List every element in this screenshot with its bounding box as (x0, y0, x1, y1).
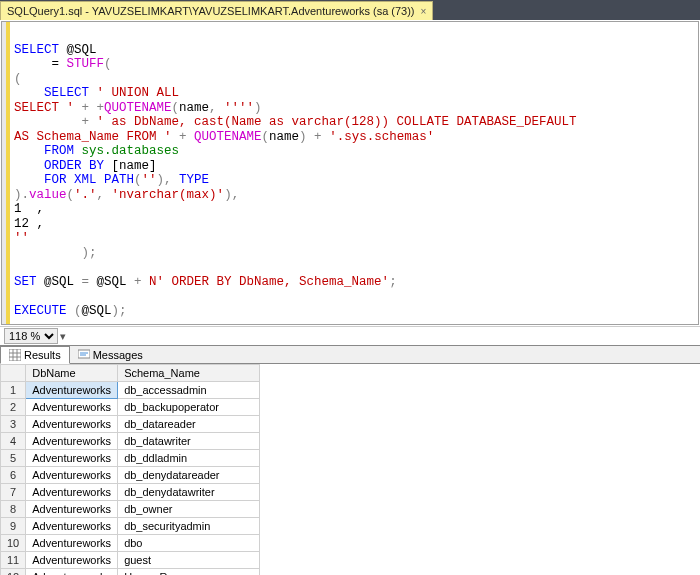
table-row[interactable]: 7Adventureworksdb_denydatawriter (1, 484, 260, 501)
code-line: ( (14, 72, 22, 86)
row-number[interactable]: 6 (1, 467, 26, 484)
file-tab-title: SQLQuery1.sql - YAVUZSELIMKART\YAVUZSELI… (7, 5, 415, 17)
code-line: 12 , (14, 217, 44, 231)
table-row[interactable]: 6Adventureworksdb_denydatareader (1, 467, 260, 484)
cell-schemaname[interactable]: db_denydatawriter (118, 484, 260, 501)
editor-container: SELECT @SQL = STUFF( ( SELECT ' UNION AL… (1, 21, 699, 325)
table-row[interactable]: 4Adventureworksdb_datawriter (1, 433, 260, 450)
cell-dbname[interactable]: Adventureworks (26, 535, 118, 552)
code-line: 1 , (14, 202, 44, 216)
file-tab[interactable]: SQLQuery1.sql - YAVUZSELIMKART\YAVUZSELI… (0, 1, 433, 20)
zoom-bar: 118 % ▾ (0, 326, 700, 345)
code-line: EXECUTE (@SQL); (14, 304, 127, 318)
messages-icon (78, 349, 90, 361)
row-number[interactable]: 12 (1, 569, 26, 576)
sql-editor[interactable]: SELECT @SQL = STUFF( ( SELECT ' UNION AL… (2, 22, 698, 324)
header-rownum[interactable] (1, 365, 26, 382)
cell-dbname[interactable]: Adventureworks (26, 399, 118, 416)
code-line: FROM sys.databases (14, 144, 179, 158)
svg-rect-5 (78, 350, 90, 358)
cell-dbname[interactable]: Adventureworks (26, 382, 118, 399)
code-line: + ' as DbName, cast(Name as varchar(128)… (14, 115, 577, 129)
cell-schemaname[interactable]: HumanResources (118, 569, 260, 576)
cell-schemaname[interactable]: db_datawriter (118, 433, 260, 450)
code-line: SELECT ' + +QUOTENAME(name, '''') (14, 101, 262, 115)
cell-dbname[interactable]: Adventureworks (26, 569, 118, 576)
cell-dbname[interactable]: Adventureworks (26, 450, 118, 467)
svg-rect-0 (9, 349, 21, 361)
table-row[interactable]: 3Adventureworksdb_datareader (1, 416, 260, 433)
code-line: AS Schema_Name FROM ' + QUOTENAME(name) … (14, 130, 434, 144)
code-line: ); (14, 246, 97, 260)
table-row[interactable]: 8Adventureworksdb_owner (1, 501, 260, 518)
cell-dbname[interactable]: Adventureworks (26, 501, 118, 518)
row-number[interactable]: 4 (1, 433, 26, 450)
cell-schemaname[interactable]: db_accessadmin (118, 382, 260, 399)
row-number[interactable]: 7 (1, 484, 26, 501)
table-row[interactable]: 12AdventureworksHumanResources (1, 569, 260, 576)
cell-schemaname[interactable]: db_owner (118, 501, 260, 518)
code-area[interactable]: SELECT @SQL = STUFF( ( SELECT ' UNION AL… (10, 22, 698, 324)
row-number[interactable]: 3 (1, 416, 26, 433)
close-icon[interactable]: × (421, 6, 427, 17)
cell-schemaname[interactable]: db_ddladmin (118, 450, 260, 467)
results-table: DbName Schema_Name 1Adventureworksdb_acc… (0, 364, 260, 575)
code-line: SET @SQL = @SQL + N' ORDER BY DbName, Sc… (14, 275, 397, 289)
tab-messages[interactable]: Messages (70, 346, 151, 363)
row-number[interactable]: 2 (1, 399, 26, 416)
table-row[interactable]: 5Adventureworksdb_ddladmin (1, 450, 260, 467)
cell-dbname[interactable]: Adventureworks (26, 433, 118, 450)
cell-schemaname[interactable]: db_denydatareader (118, 467, 260, 484)
code-line: ORDER BY [name] (14, 159, 157, 173)
table-row[interactable]: 1Adventureworksdb_accessadmin (1, 382, 260, 399)
table-row[interactable]: 2Adventureworksdb_backupoperator (1, 399, 260, 416)
cell-schemaname[interactable]: db_datareader (118, 416, 260, 433)
row-number[interactable]: 1 (1, 382, 26, 399)
result-tabs: Results Messages (0, 345, 700, 364)
tab-results-label: Results (24, 349, 61, 361)
tab-messages-label: Messages (93, 349, 143, 361)
cell-schemaname[interactable]: dbo (118, 535, 260, 552)
header-dbname[interactable]: DbName (26, 365, 118, 382)
zoom-select[interactable]: 118 % (4, 328, 58, 344)
cell-dbname[interactable]: Adventureworks (26, 518, 118, 535)
cell-schemaname[interactable]: db_backupoperator (118, 399, 260, 416)
table-header-row: DbName Schema_Name (1, 365, 260, 382)
code-line: SELECT ' UNION ALL (14, 86, 179, 100)
row-number[interactable]: 8 (1, 501, 26, 518)
code-line: ).value('.', 'nvarchar(max)'), (14, 188, 239, 202)
results-grid[interactable]: DbName Schema_Name 1Adventureworksdb_acc… (0, 364, 700, 575)
grid-icon (9, 349, 21, 361)
cell-dbname[interactable]: Adventureworks (26, 484, 118, 501)
cell-schemaname[interactable]: guest (118, 552, 260, 569)
header-schemaname[interactable]: Schema_Name (118, 365, 260, 382)
row-number[interactable]: 10 (1, 535, 26, 552)
tab-bar: SQLQuery1.sql - YAVUZSELIMKART\YAVUZSELI… (0, 0, 700, 20)
row-number[interactable]: 9 (1, 518, 26, 535)
cell-dbname[interactable]: Adventureworks (26, 552, 118, 569)
cell-dbname[interactable]: Adventureworks (26, 467, 118, 484)
code-line: SELECT @SQL (14, 43, 97, 57)
tab-results[interactable]: Results (0, 346, 70, 364)
table-row[interactable]: 9Adventureworksdb_securityadmin (1, 518, 260, 535)
code-line: '' (14, 231, 29, 245)
code-line: FOR XML PATH(''), TYPE (14, 173, 209, 187)
code-line: = STUFF( (14, 57, 112, 71)
cell-schemaname[interactable]: db_securityadmin (118, 518, 260, 535)
table-row[interactable]: 10Adventureworksdbo (1, 535, 260, 552)
row-number[interactable]: 11 (1, 552, 26, 569)
row-number[interactable]: 5 (1, 450, 26, 467)
cell-dbname[interactable]: Adventureworks (26, 416, 118, 433)
zoom-dropdown-icon[interactable]: ▾ (60, 330, 66, 343)
table-row[interactable]: 11Adventureworksguest (1, 552, 260, 569)
